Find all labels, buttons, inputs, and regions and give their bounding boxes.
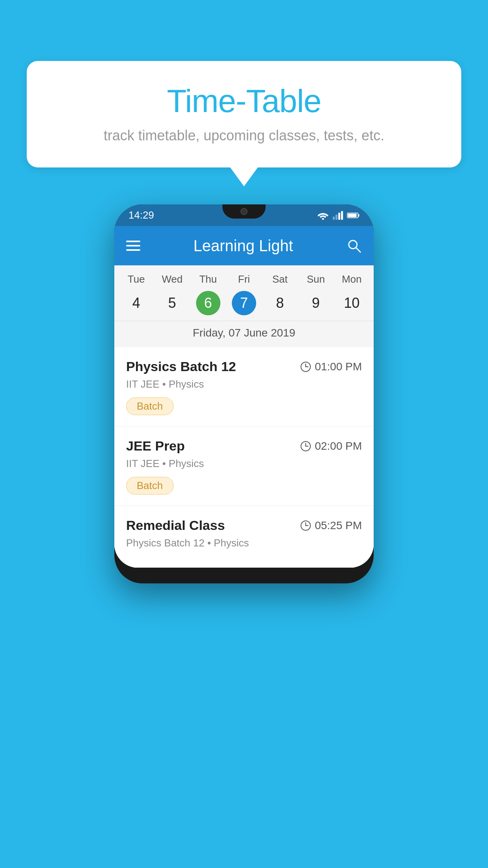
notch — [222, 204, 266, 219]
hamburger-icon[interactable] — [126, 241, 140, 251]
class-item[interactable]: Remedial Class05:25 PMPhysics Batch 12 •… — [114, 506, 374, 568]
bubble-subtitle: track timetable, upcoming classes, tests… — [50, 127, 438, 144]
day-number: 6 — [196, 291, 220, 315]
wifi-icon — [317, 211, 329, 220]
class-subtitle: IIT JEE • Physics — [126, 458, 362, 470]
phone-screen: Tue4Wed5Thu6Fri7Sat8Sun9Mon10 Friday, 07… — [114, 265, 374, 568]
phone-bottom — [114, 568, 374, 583]
class-time-text: 01:00 PM — [315, 360, 362, 373]
search-icon — [346, 237, 362, 254]
day-number: 10 — [339, 291, 364, 315]
class-time: 05:25 PM — [301, 519, 362, 532]
calendar-day-item[interactable]: Mon10 — [336, 273, 367, 315]
calendar-day-item[interactable]: Wed5 — [156, 273, 188, 315]
phone-container: 14:29 — [114, 204, 374, 583]
svg-rect-2 — [336, 215, 338, 220]
calendar-day-item[interactable]: Sun9 — [300, 273, 332, 315]
day-name: Tue — [128, 273, 145, 285]
class-subtitle: Physics Batch 12 • Physics — [126, 537, 362, 549]
class-time: 02:00 PM — [301, 440, 362, 452]
battery-icon — [347, 212, 360, 219]
calendar-day-item[interactable]: Sat8 — [264, 273, 295, 315]
day-number: 5 — [160, 291, 184, 315]
status-icons — [317, 211, 360, 220]
speech-bubble: Time-Table track timetable, upcoming cla… — [27, 61, 461, 167]
svg-rect-1 — [333, 217, 335, 220]
clock-icon — [301, 362, 311, 372]
search-button[interactable] — [346, 238, 362, 254]
class-name: Remedial Class — [126, 518, 225, 533]
day-number: 8 — [268, 291, 292, 315]
status-bar: 14:29 — [114, 204, 374, 226]
menu-line-2 — [126, 245, 140, 246]
day-number: 7 — [232, 291, 256, 315]
class-item[interactable]: Physics Batch 1201:00 PMIIT JEE • Physic… — [114, 347, 374, 427]
class-item-header: Remedial Class05:25 PM — [126, 518, 362, 533]
clock-icon — [301, 520, 311, 531]
day-name: Fri — [238, 273, 250, 285]
status-time: 14:29 — [128, 209, 154, 221]
app-bar: Learning Light — [114, 226, 374, 265]
app-bar-title: Learning Light — [193, 237, 293, 255]
calendar-strip: Tue4Wed5Thu6Fri7Sat8Sun9Mon10 Friday, 07… — [114, 265, 374, 347]
class-list: Physics Batch 1201:00 PMIIT JEE • Physic… — [114, 347, 374, 568]
calendar-days-row: Tue4Wed5Thu6Fri7Sat8Sun9Mon10 — [114, 273, 374, 321]
day-name: Sun — [307, 273, 325, 285]
menu-line-1 — [126, 241, 140, 242]
day-name: Thu — [199, 273, 217, 285]
day-number: 9 — [304, 291, 328, 315]
calendar-day-item[interactable]: Tue4 — [121, 273, 152, 315]
class-subtitle: IIT JEE • Physics — [126, 378, 362, 390]
svg-rect-3 — [338, 213, 340, 220]
class-time-text: 02:00 PM — [315, 440, 362, 452]
selected-date-label: Friday, 07 June 2019 — [114, 321, 374, 347]
camera — [240, 208, 248, 215]
day-name: Wed — [162, 273, 183, 285]
clock-icon — [301, 441, 311, 451]
calendar-day-item[interactable]: Fri7 — [228, 273, 260, 315]
svg-rect-7 — [348, 213, 357, 217]
batch-badge: Batch — [126, 397, 174, 415]
day-name: Sat — [272, 273, 288, 285]
class-time: 01:00 PM — [301, 360, 362, 373]
class-time-text: 05:25 PM — [315, 519, 362, 532]
svg-point-0 — [322, 218, 324, 220]
svg-rect-4 — [341, 211, 343, 220]
svg-line-9 — [356, 248, 360, 252]
class-item-header: JEE Prep02:00 PM — [126, 438, 362, 454]
bubble-title: Time-Table — [50, 83, 438, 120]
phone-frame: 14:29 — [114, 204, 374, 583]
class-item[interactable]: JEE Prep02:00 PMIIT JEE • PhysicsBatch — [114, 427, 374, 506]
calendar-day-item[interactable]: Thu6 — [193, 273, 224, 315]
class-name: Physics Batch 12 — [126, 359, 236, 374]
day-number: 4 — [124, 291, 149, 315]
class-name: JEE Prep — [126, 438, 185, 454]
menu-line-3 — [126, 249, 140, 251]
class-item-header: Physics Batch 1201:00 PM — [126, 359, 362, 374]
signal-icon — [333, 211, 343, 220]
day-name: Mon — [342, 273, 362, 285]
svg-rect-6 — [358, 214, 360, 217]
batch-badge: Batch — [126, 477, 174, 495]
speech-bubble-container: Time-Table track timetable, upcoming cla… — [27, 61, 461, 167]
